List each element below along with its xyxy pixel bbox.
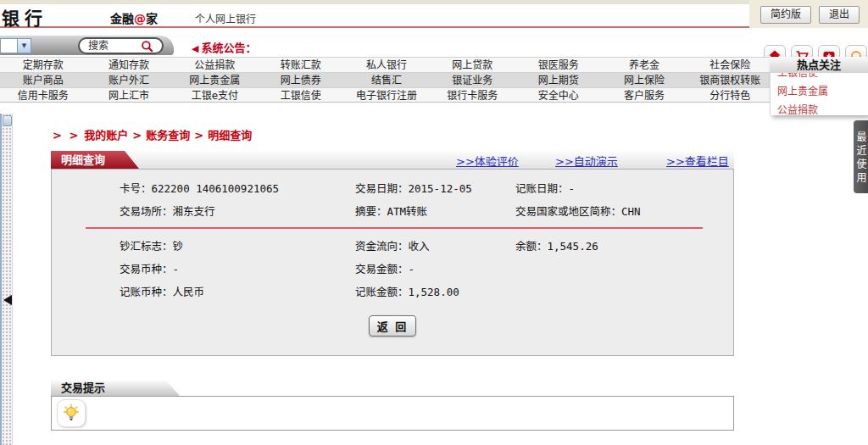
hot-topic-item[interactable]: 公益捐款	[771, 101, 868, 115]
site-subtitle: 个人网上银行	[195, 11, 256, 25]
hot-topics-panel: 热点关注 工银信使 网上贵金属 公益捐款	[770, 57, 868, 115]
nav-item-gongyinezhifu[interactable]: 工银e支付	[172, 88, 258, 102]
page: 银行 金融@家 个人网上银行 简约版 退出 ▼ ◀系统公告：	[0, 0, 868, 445]
at-symbol: @	[134, 12, 146, 25]
category-dropdown[interactable]: ▼	[0, 38, 31, 53]
nav-item-dianziyinhangzhuce[interactable]: 电子银行注册	[343, 88, 429, 102]
collapse-arrow-icon[interactable]	[3, 295, 12, 305]
splitter-handle-icon[interactable]	[3, 115, 12, 126]
detail-fields-bottom: 钞汇标志：钞 资金流向：收入 余额：1,545.26 交易币种：- 交易金额：-…	[120, 239, 770, 300]
announcement-marker-icon: ◀	[192, 43, 198, 54]
nav-item-yinyifuwu[interactable]: 银医服务	[515, 58, 601, 72]
nav-item-wangshangguijinshu[interactable]: 网上贵金属	[172, 73, 258, 87]
field-trade-place: 交易场所：湘东支行	[120, 204, 355, 220]
main-nav: 定期存款 通知存款 公益捐款 转账汇款 私人银行 网上贷款 银医服务 养老金 社…	[0, 57, 868, 103]
search-box[interactable]	[78, 37, 164, 54]
nav-item-yinshangyinquanzhuanzhang[interactable]: 银商银权转账	[687, 73, 773, 87]
field-country-code: 交易国家或地区简称：CHN	[515, 204, 770, 220]
search-row: ▼ ◀系统公告：	[0, 30, 868, 57]
field-trade-amount: 交易金额：-	[355, 262, 515, 277]
empty-cell	[515, 262, 770, 277]
brand-slogan: 金融@家	[110, 9, 158, 26]
breadcrumb: > >我的账户>账务查询>明细查询	[53, 126, 252, 142]
hot-topics-list: 工银信使 网上贵金属 公益捐款	[770, 73, 868, 115]
breadcrumb-account-query[interactable]: 账务查询	[146, 129, 190, 142]
dropdown-arrow-icon[interactable]: ▼	[17, 39, 31, 53]
bank-logo: 银行	[2, 4, 47, 30]
nav-item-gongyijuankuan[interactable]: 公益捐款	[172, 58, 258, 72]
nav-item-xinyongkafuwu[interactable]: 信用卡服务	[0, 88, 86, 102]
nav-item-yanglaojin[interactable]: 养老金	[601, 58, 687, 72]
nav-item-fenhangtese[interactable]: 分行特色	[687, 88, 773, 102]
hot-topic-item[interactable]: 网上贵金属	[771, 82, 868, 101]
sidebar-splitter[interactable]	[0, 114, 13, 445]
logout-button[interactable]: 退出	[819, 6, 860, 24]
nav-item-wangshangdaikuan[interactable]: 网上贷款	[430, 58, 515, 72]
field-cash-flag: 钞汇标志：钞	[120, 239, 355, 254]
nav-item-wangshangzhaiquan[interactable]: 网上债券	[258, 73, 343, 87]
breadcrumb-current: 明细查询	[208, 129, 252, 142]
auto-demo-link[interactable]: >>自动演示	[555, 153, 618, 169]
nav-item-anquanzhongxin[interactable]: 安全中心	[515, 88, 601, 102]
nav-item-tongzhicunkuan[interactable]: 通知存款	[86, 58, 171, 72]
nav-row-3: 信用卡服务 网上汇市 工银e支付 工银信使 电子银行注册 银行卡服务 安全中心 …	[0, 87, 773, 103]
field-trade-date: 交易日期：2015-12-05	[355, 181, 515, 197]
system-announcement: ◀系统公告：	[192, 39, 256, 55]
nav-row-2: 账户商品 账户外汇 网上贵金属 网上债券 结售汇 银证业务 网上期货 网上保险 …	[0, 72, 773, 87]
search-input[interactable]	[88, 40, 141, 52]
nav-item-zhanghushangpin[interactable]: 账户商品	[0, 73, 86, 87]
field-posting-currency: 记账币种：人民币	[120, 285, 355, 300]
hot-topic-item[interactable]: 工银信使	[771, 73, 868, 82]
field-card-number: 卡号：622200 1406100921065	[120, 181, 355, 197]
nav-item-jieshouhui[interactable]: 结售汇	[343, 73, 429, 87]
announcement-label: 系统公告：	[201, 42, 256, 54]
tab-detail-query: 明细查询	[51, 151, 139, 169]
detail-fields-top: 卡号：622200 1406100921065 交易日期：2015-12-05 …	[120, 181, 770, 220]
field-balance: 余额：1,545.26	[515, 239, 770, 254]
breadcrumb-my-account[interactable]: 我的账户	[84, 129, 128, 142]
field-trade-currency: 交易币种：-	[120, 262, 355, 277]
nav-item-zhanghuwaihui[interactable]: 账户外汇	[86, 73, 171, 87]
nav-item-sirenyinhang[interactable]: 私人银行	[343, 58, 429, 72]
header-top-strip	[0, 0, 868, 4]
simple-version-button[interactable]: 简约版	[760, 6, 811, 24]
tips-section-title: 交易提示	[51, 380, 180, 396]
nav-item-zhuanzhanghuikuan[interactable]: 转账汇款	[258, 58, 343, 72]
hot-topics-title[interactable]: 热点关注	[770, 57, 868, 73]
breadcrumb-prefix: > >	[53, 129, 80, 142]
field-posting-amount: 记账金额：1,528.00	[355, 285, 515, 300]
empty-cell	[515, 285, 770, 300]
detail-panel: 卡号：622200 1406100921065 交易日期：2015-12-05 …	[51, 169, 734, 356]
experience-rating-link[interactable]: >>体验评价	[456, 153, 519, 169]
nav-item-kehufuwu[interactable]: 客户服务	[601, 88, 687, 102]
nav-item-gongyinxinshi[interactable]: 工银信使	[258, 88, 343, 102]
header-bar: 银行 金融@家 个人网上银行 简约版 退出	[0, 0, 868, 28]
red-divider	[86, 227, 703, 229]
field-summary: 摘要：ATM转账	[355, 204, 515, 220]
content-tab-bar: 明细查询 >>体验评价 >>自动演示 >>查看栏目信息	[51, 151, 734, 169]
nav-item-dingqicunkuan[interactable]: 定期存款	[0, 58, 86, 72]
nav-item-wangshangbaoxian[interactable]: 网上保险	[601, 73, 687, 87]
nav-item-yinzhengyewu[interactable]: 银证业务	[430, 73, 515, 87]
nav-row-1: 定期存款 通知存款 公益捐款 转账汇款 私人银行 网上贷款 银医服务 养老金 社…	[0, 57, 773, 72]
nav-item-shehuibaoxian[interactable]: 社会保险	[687, 58, 773, 72]
nav-item-yinhangkafuwu[interactable]: 银行卡服务	[430, 88, 515, 102]
field-posting-date: 记账日期：-	[515, 181, 770, 197]
nav-item-wangshanghuishi[interactable]: 网上汇市	[86, 88, 171, 102]
back-button[interactable]: 返 回	[369, 315, 416, 337]
tips-box	[51, 396, 734, 431]
nav-item-wangshangqihuo[interactable]: 网上期货	[515, 73, 601, 87]
search-icon[interactable]	[141, 40, 153, 53]
recently-used-tab[interactable]: 最近使用	[854, 120, 868, 193]
lightbulb-icon	[57, 399, 86, 427]
field-fund-direction: 资金流向：收入	[355, 239, 515, 254]
